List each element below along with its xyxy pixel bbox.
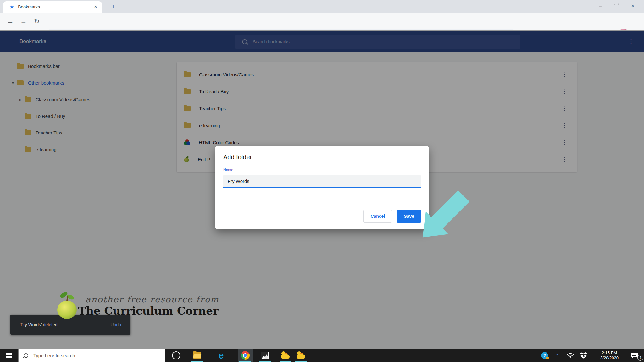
notification-badge: 7	[637, 355, 643, 361]
file-explorer-button[interactable]	[190, 349, 205, 362]
action-center-button[interactable]: 7	[628, 349, 641, 362]
back-button[interactable]: ←	[6, 17, 15, 26]
dialog-title: Add folder	[223, 154, 421, 161]
tab-favicon-star-icon: ★	[9, 4, 14, 10]
file-explorer-icon	[193, 352, 201, 359]
window-minimize-button[interactable]: –	[597, 3, 603, 9]
reload-button[interactable]: ↻	[32, 17, 42, 26]
name-label: Name	[223, 168, 421, 172]
windows-taskbar: e ? ^ 2:15 PM 3/28/2020 7	[0, 349, 644, 362]
add-folder-dialog: Add folder Name Cancel Save	[215, 146, 429, 229]
clock-date: 3/28/2020	[593, 355, 626, 360]
window-controls: – ×	[597, 0, 641, 12]
duck-app-button[interactable]	[278, 349, 293, 362]
pointer-arrow	[418, 190, 474, 242]
tray-overflow-button[interactable]: ^	[551, 349, 564, 362]
folder-name-input[interactable]	[223, 175, 421, 188]
photos-button[interactable]	[257, 349, 272, 362]
cancel-button[interactable]: Cancel	[363, 210, 392, 223]
tab-close-icon[interactable]: ×	[92, 4, 99, 10]
chrome-icon	[241, 351, 250, 360]
bookmarks-page: Bookmarks ⋮ Bookmarks bar ▾ Other bookma…	[0, 30, 644, 349]
cortana-button[interactable]	[169, 349, 184, 362]
browser-toolbar: ← → ↻ Chrome chrome://bookmarks/?id=2 ☆ …	[0, 13, 644, 30]
chrome-button[interactable]	[238, 349, 253, 362]
start-button[interactable]	[0, 349, 18, 362]
dropbox-icon	[580, 352, 587, 359]
duck-icon	[297, 351, 306, 359]
watermark-tagline: another free resource from	[86, 294, 219, 304]
clock-time: 2:15 PM	[593, 350, 626, 355]
photos-icon	[261, 352, 269, 359]
duck-icon	[281, 351, 290, 359]
dialog-actions: Cancel Save	[363, 210, 421, 223]
tab-title: Bookmarks	[18, 4, 92, 9]
help-icon: ?	[541, 352, 548, 359]
windows-logo-icon	[6, 353, 12, 358]
forward-button: →	[19, 17, 28, 26]
taskbar-clock[interactable]: 2:15 PM 3/28/2020	[593, 349, 626, 362]
save-button[interactable]: Save	[397, 210, 421, 223]
watermark: another free resource from The Curriculu…	[50, 289, 226, 327]
search-icon	[24, 353, 28, 358]
new-tab-button[interactable]: +	[108, 3, 118, 11]
wifi-icon	[567, 353, 574, 359]
cortana-icon	[172, 351, 180, 359]
taskbar-search-input[interactable]	[33, 353, 153, 359]
edge-button[interactable]: e	[214, 349, 229, 362]
browser-tab-bookmarks[interactable]: ★ Bookmarks ×	[3, 1, 102, 13]
window-close-button[interactable]: ×	[630, 3, 636, 9]
chevron-up-icon: ^	[556, 353, 558, 358]
dropbox-tray-button[interactable]	[577, 349, 590, 362]
wifi-button[interactable]	[564, 349, 577, 362]
tab-strip: ★ Bookmarks × + – ×	[0, 0, 644, 13]
window-restore-button[interactable]	[614, 4, 619, 8]
edge-icon: e	[219, 351, 224, 360]
duck-app-button-2[interactable]	[294, 349, 309, 362]
taskbar-search-box[interactable]	[18, 349, 165, 362]
watermark-brand: The Curriculum Corner	[78, 304, 219, 317]
help-tray-button[interactable]: ?	[538, 349, 551, 362]
